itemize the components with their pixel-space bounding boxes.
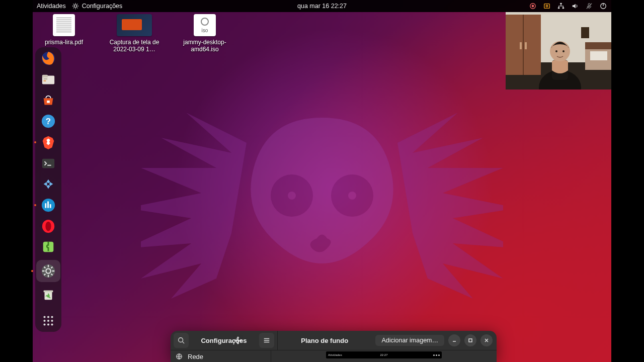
opera-icon [41,219,56,234]
brave-icon [41,135,56,150]
dock-ppsspp[interactable] [39,176,57,192]
svg-rect-29 [44,78,48,79]
svg-rect-53 [44,291,53,293]
svg-rect-37 [47,202,49,208]
trash-icon [41,287,56,302]
gamepad-icon [41,176,56,192]
add-image-button[interactable]: Adicionar imagem… [375,335,444,346]
dock-brave[interactable] [39,134,57,150]
activities-button[interactable]: Atividades [37,3,66,10]
window-close-button[interactable] [480,334,493,346]
close-icon [484,338,489,343]
dock-audio[interactable] [39,197,57,213]
top-bar: Atividades Configurações qua mar 16 22:2… [33,0,611,12]
svg-line-5 [183,342,185,344]
svg-rect-36 [45,203,46,208]
svg-point-63 [51,324,53,326]
gear-icon [72,3,79,10]
screen-record-icon[interactable] [529,2,537,10]
screenshot-indicator-icon[interactable] [543,2,551,10]
file-label: prisma-lira.pdf [45,39,83,46]
dock-terminal[interactable] [39,155,57,171]
window-minimize-button[interactable] [448,334,460,346]
svg-point-59 [47,320,49,322]
svg-text:?: ? [46,117,51,126]
equalizer-icon [41,198,56,213]
dock-firefox[interactable] [39,50,57,66]
app-indicator[interactable]: Configurações [72,3,123,10]
dock-extensions[interactable] [39,239,57,255]
mini-preview-left: Atividades [328,353,342,356]
svg-point-58 [43,320,45,322]
desktop-file-iso[interactable]: jammy-desktop-amd64.iso [180,14,230,53]
wallpaper-art [141,57,503,319]
software-store-icon [41,93,56,108]
firefox-icon [41,51,56,66]
svg-point-4 [179,338,183,342]
volume-icon[interactable] [571,2,579,10]
dock-software[interactable] [39,92,57,108]
status-area[interactable] [529,2,607,10]
terminal-icon [41,156,56,171]
desktop-file-screenshot[interactable]: Captura de tela de 2022-03-09 1… [109,14,159,53]
globe-icon [176,353,183,360]
wallpaper-preview[interactable]: Atividades 22:27 [271,350,497,362]
window-maximize-button[interactable] [464,334,476,346]
settings-sidebar-item-network[interactable]: Rede [171,350,271,362]
svg-point-55 [43,316,45,318]
clock[interactable]: qua mar 16 22:27 [297,3,347,10]
svg-point-1 [331,174,373,217]
svg-point-78 [562,50,565,52]
dock-opera[interactable] [39,218,57,234]
svg-point-60 [51,320,53,322]
file-thumb-doc-icon [53,14,75,36]
power-icon[interactable] [599,2,607,10]
svg-point-77 [555,50,557,52]
puzzle-icon [41,239,56,254]
svg-point-62 [47,324,49,326]
svg-rect-30 [44,80,46,81]
files-icon [41,72,56,87]
settings-menu-button[interactable] [259,333,274,348]
file-label: jammy-desktop-amd64.iso [180,39,230,53]
minimize-icon [452,338,457,343]
dock-trash[interactable] [39,287,57,303]
svg-point-16 [532,5,534,7]
svg-point-18 [546,5,548,7]
settings-window[interactable]: Configurações Plano de fundo Adicionar i… [171,331,497,362]
network-wired-icon[interactable] [557,2,565,10]
settings-titlebar[interactable]: Configurações Plano de fundo Adicionar i… [171,331,497,350]
app-indicator-label: Configurações [82,3,123,10]
hamburger-icon [263,337,270,344]
dock-settings[interactable] [36,260,60,282]
search-icon [178,337,185,344]
svg-rect-34 [42,158,54,168]
dock-files[interactable] [39,71,57,87]
move-cursor-icon [234,336,242,344]
svg-rect-28 [42,74,48,77]
help-icon: ? [41,114,56,129]
svg-rect-71 [585,42,611,49]
svg-rect-10 [469,339,472,342]
webcam-feed [506,12,611,89]
dock: ? [35,47,61,332]
settings-header-title: Plano de fundo [301,337,348,344]
svg-rect-38 [50,204,51,208]
mini-preview-status [433,354,440,356]
svg-rect-31 [47,101,50,103]
svg-point-2 [288,192,296,200]
svg-rect-20 [558,8,560,9]
svg-rect-72 [590,51,607,60]
dock-show-apps[interactable] [39,313,57,329]
svg-point-0 [271,174,313,217]
svg-point-57 [51,316,53,318]
webcam-overlay [506,12,611,89]
svg-point-14 [74,5,76,7]
settings-search-button[interactable] [174,333,189,348]
dock-help[interactable]: ? [39,113,57,129]
file-thumb-screenshot-icon [117,14,152,36]
mic-muted-icon[interactable] [585,2,593,10]
svg-rect-21 [562,8,565,9]
svg-point-40 [45,221,51,231]
apps-grid-icon [41,313,56,328]
